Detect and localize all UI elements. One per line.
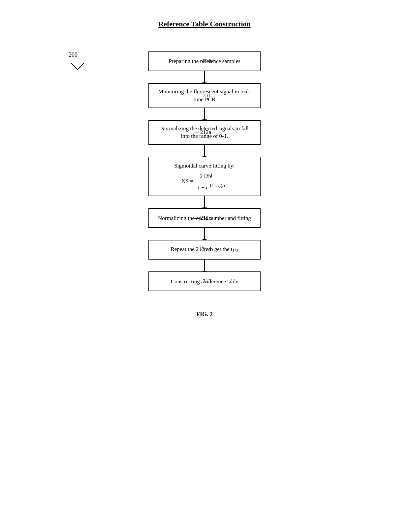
arrow-211-212a bbox=[204, 108, 205, 120]
flow-row-213: Constructing a reference table 213 bbox=[148, 271, 261, 291]
fig-label: FIG. 2 bbox=[196, 311, 213, 318]
label-212d: 212d bbox=[194, 246, 211, 253]
flow-block-213: Constructing a reference table 213 bbox=[148, 271, 261, 291]
formula-exponent: -(t-t1/2)/τ bbox=[208, 183, 225, 188]
formula-lhs: NS = bbox=[181, 177, 193, 186]
flow-block-212b: Sigmoidal curve fitting by: NS = 1 1 + e… bbox=[148, 157, 261, 208]
flow-block-212d: Repeat the 212b to get the t1/2 212d bbox=[148, 240, 261, 271]
flow-block-210: Preparing the reference samples 210 bbox=[148, 51, 261, 83]
flow-row-211: Monitoring the fluorescent signal in rea… bbox=[148, 83, 261, 108]
flow-block-211: Monitoring the fluorescent signal in rea… bbox=[148, 83, 261, 120]
label-212a: 212a bbox=[194, 129, 211, 136]
arrow-212b-212c bbox=[204, 196, 205, 208]
formula-prefix: Sigmoidal curve fitting by: bbox=[174, 161, 235, 170]
flow-block-212a: Normalizing the detected signals to fall… bbox=[148, 120, 261, 157]
flow-row-212c: Normalizing the cycle number and fitting… bbox=[148, 208, 261, 228]
page-title: Reference Table Construction bbox=[158, 20, 250, 28]
arrow-212a-212b bbox=[204, 145, 205, 157]
arrow-210-211 bbox=[204, 71, 205, 83]
arrow-212d-213 bbox=[204, 260, 205, 271]
flow-row-212b: Sigmoidal curve fitting by: NS = 1 1 + e… bbox=[148, 157, 261, 196]
label-210: 210 bbox=[197, 58, 211, 65]
arrow-212c-212d bbox=[204, 228, 205, 240]
flow-row-210: Preparing the reference samples 210 bbox=[148, 51, 261, 71]
flow-row-212d: Repeat the 212b to get the t1/2 212d bbox=[148, 240, 261, 260]
formula-denominator: 1 + e-(t-t1/2)/τ bbox=[195, 181, 228, 192]
label-211: 211 bbox=[197, 92, 211, 99]
label-212b: 212b bbox=[194, 173, 211, 180]
flow-block-212c: Normalizing the cycle number and fitting… bbox=[148, 208, 261, 240]
label-212c: 212c bbox=[194, 215, 211, 221]
label-213: 213 bbox=[197, 278, 211, 285]
diagram-container: 200 Preparing the reference samples 210 … bbox=[20, 42, 389, 291]
page: Reference Table Construction 200 Prepari… bbox=[0, 0, 409, 532]
flow-row-212a: Normalizing the detected signals to fall… bbox=[148, 120, 261, 145]
